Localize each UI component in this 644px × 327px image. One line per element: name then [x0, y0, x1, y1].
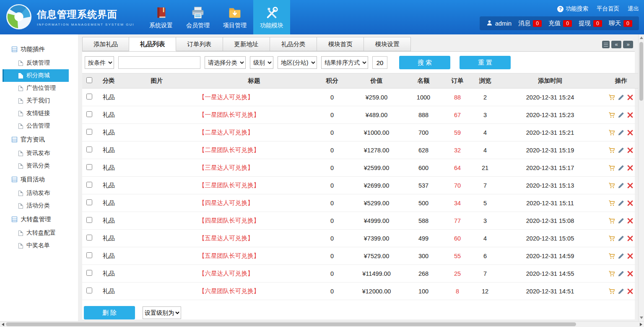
level-select[interactable]: 级别 — [250, 56, 273, 69]
cart-icon[interactable] — [608, 112, 615, 118]
cart-icon[interactable] — [608, 147, 615, 154]
sidebar-item-wheel-config[interactable]: 大转盘配置 — [0, 227, 78, 239]
delete-icon[interactable] — [627, 94, 634, 101]
delete-icon[interactable] — [627, 129, 634, 136]
counter-withdraw[interactable]: 提现0 — [579, 19, 602, 27]
tab-update-address[interactable]: 更新地址 — [223, 37, 270, 51]
edit-icon[interactable] — [618, 94, 624, 101]
sort-select[interactable]: 结果排序方式 — [321, 56, 368, 69]
edit-icon[interactable] — [618, 270, 624, 277]
tab-order-list[interactable]: 订单列表 — [176, 37, 223, 51]
counter-chat[interactable]: 聊天0 — [609, 19, 632, 27]
row-checkbox[interactable] — [86, 146, 92, 152]
cart-icon[interactable] — [608, 217, 615, 224]
sidebar-group-lucky-wheel-management[interactable]: 大转盘管理 — [0, 212, 78, 227]
delete-icon[interactable] — [627, 288, 634, 295]
edit-icon[interactable] — [618, 235, 624, 242]
cart-icon[interactable] — [608, 270, 615, 277]
reset-button[interactable]: 重 置 — [460, 56, 511, 69]
page-size-input[interactable] — [372, 56, 387, 69]
gift-title-link[interactable]: 【六星达人可兑换】 — [199, 270, 254, 277]
nav-item-function-modules[interactable]: 功能模块 — [253, 0, 290, 34]
cart-icon[interactable] — [608, 182, 615, 189]
sidebar-item-news-publish[interactable]: 资讯发布 — [0, 147, 78, 160]
vertical-scroll-thumb[interactable] — [639, 42, 643, 101]
quick-link-platform-home[interactable]: 平台首页 — [597, 5, 619, 13]
gift-title-link[interactable]: 【六星团队长可兑换】 — [199, 288, 260, 294]
search-keyword-input[interactable] — [118, 56, 200, 69]
cart-icon[interactable] — [608, 94, 615, 101]
tab-module-home[interactable]: 模块首页 — [317, 37, 364, 51]
counter-recharge[interactable]: 充值0 — [548, 19, 572, 27]
delete-icon[interactable] — [627, 200, 634, 207]
region-select[interactable]: 地区(分站) — [278, 56, 317, 69]
nav-item-member-management[interactable]: 会员管理 — [179, 0, 216, 34]
sidebar-item-winners-list[interactable]: 中奖名单 — [0, 239, 78, 252]
gift-title-link[interactable]: 【五星团队长可兑换】 — [199, 252, 260, 259]
row-checkbox[interactable] — [86, 182, 92, 188]
delete-icon[interactable] — [627, 235, 634, 242]
delete-icon[interactable] — [627, 253, 634, 259]
gift-title-link[interactable]: 【三星达人可兑换】 — [199, 164, 254, 171]
tab-gift-categories[interactable]: 礼品分类 — [270, 37, 317, 51]
sidebar-group-function-plugins[interactable]: 功能插件 — [0, 42, 78, 57]
cart-icon[interactable] — [608, 129, 615, 136]
set-level-select[interactable]: 设置级别为 — [143, 306, 181, 319]
cart-icon[interactable] — [608, 165, 615, 171]
delete-icon[interactable] — [627, 270, 634, 277]
sidebar-item-about-us[interactable]: 关于我们 — [0, 94, 78, 107]
vertical-scrollbar[interactable] — [638, 34, 644, 321]
cart-icon[interactable] — [608, 288, 615, 295]
scroll-up-arrow[interactable] — [640, 37, 643, 39]
sidebar-item-activity-categories[interactable]: 活动分类 — [0, 199, 78, 212]
tab-module-settings[interactable]: 模块设置 — [364, 37, 411, 51]
row-checkbox[interactable] — [86, 288, 92, 293]
horizontal-scrollbar[interactable] — [0, 321, 644, 327]
delete-button[interactable]: 删 除 — [84, 306, 135, 319]
row-checkbox[interactable] — [86, 270, 92, 276]
cart-icon[interactable] — [608, 200, 615, 207]
row-checkbox[interactable] — [86, 111, 92, 117]
scroll-right-arrow[interactable] — [640, 323, 642, 326]
row-checkbox[interactable] — [86, 129, 92, 135]
cart-icon[interactable] — [608, 253, 615, 259]
nav-item-project-management[interactable]: 项目管理 — [216, 0, 253, 34]
pager-next-button[interactable]: » — [623, 41, 633, 48]
row-checkbox[interactable] — [86, 252, 92, 258]
delete-icon[interactable] — [627, 147, 634, 154]
row-checkbox[interactable] — [86, 164, 92, 170]
category-select[interactable]: 请选择分类 — [205, 56, 246, 69]
delete-icon[interactable] — [627, 112, 634, 118]
user-menu[interactable]: admin — [486, 20, 512, 27]
cart-icon[interactable] — [608, 235, 615, 242]
edit-icon[interactable] — [618, 217, 624, 224]
sidebar-item-news-categories[interactable]: 资讯分类 — [0, 160, 78, 172]
edit-icon[interactable] — [618, 288, 624, 295]
tab-gift-list[interactable]: 礼品列表 — [129, 37, 176, 51]
gift-title-link[interactable]: 【二星团队长可兑换】 — [199, 146, 260, 153]
edit-icon[interactable] — [618, 112, 624, 118]
pager-prev-button[interactable]: « — [611, 41, 621, 48]
select-all-checkbox[interactable] — [86, 77, 92, 83]
scroll-left-arrow[interactable] — [2, 323, 4, 326]
horizontal-scroll-thumb[interactable] — [6, 322, 576, 326]
edit-icon[interactable] — [618, 165, 624, 171]
edit-icon[interactable] — [618, 200, 624, 207]
gift-title-link[interactable]: 【四星团队长可兑换】 — [199, 217, 260, 224]
condition-select[interactable]: 按条件 — [85, 56, 114, 69]
sidebar-group-project-activities[interactable]: 项目活动 — [0, 172, 78, 187]
delete-icon[interactable] — [627, 182, 634, 189]
row-checkbox[interactable] — [86, 199, 92, 205]
pager-menu-icon[interactable] — [602, 41, 610, 48]
edit-icon[interactable] — [618, 182, 624, 189]
quick-link-logout[interactable]: 退出 — [628, 5, 639, 13]
counter-messages[interactable]: 消息0 — [518, 19, 542, 27]
delete-icon[interactable] — [627, 217, 634, 224]
row-checkbox[interactable] — [86, 94, 92, 99]
edit-icon[interactable] — [618, 147, 624, 154]
search-button[interactable]: 搜 索 — [399, 56, 450, 69]
row-checkbox[interactable] — [86, 235, 92, 241]
gift-title-link[interactable]: 【二星达人可兑换】 — [199, 129, 254, 136]
sidebar-item-points-mall[interactable]: 积分商城 — [3, 69, 69, 82]
gift-title-link[interactable]: 【一星达人可兑换】 — [199, 94, 254, 100]
